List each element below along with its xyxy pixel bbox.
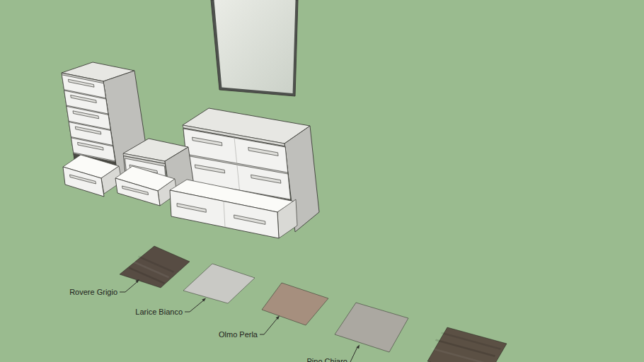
mirror[interactable] <box>211 0 298 96</box>
material-label: Pino Chiaro <box>307 357 347 362</box>
mirror-glass <box>214 0 296 93</box>
3d-viewport[interactable]: Rovere Grigio Larice Bianco Olmo Perla P… <box>0 0 644 362</box>
material-label: Larice Bianco <box>135 308 183 316</box>
model-scene[interactable]: Rovere Grigio Larice Bianco Olmo Perla P… <box>0 0 644 362</box>
material-label: Olmo Perla <box>219 330 258 339</box>
material-label: Rovere Grigio <box>69 288 117 296</box>
